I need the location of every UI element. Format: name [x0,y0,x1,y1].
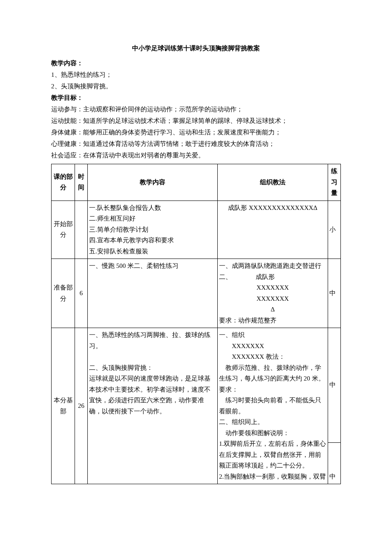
goal-header: 教学目标： [51,94,83,101]
content-line: 2、头顶胸接脚背挑。 [51,81,341,92]
method-line: 1.双脚前后开立，左前右后，身体重心在后支撑脚上，双臂自然张开，用前额正面将球顶… [219,439,326,471]
lesson-table: 课的部分 时间 教学内容 组织教法 练习量 开始部分 一.队长整队集合报告人数 … [51,164,341,484]
goal-line: 社会适应：在体育活动中表现出对弱者的尊重与关爱。 [51,150,341,161]
cell-content: 一、慢跑 500 米二、柔韧性练习 [88,259,218,328]
cell-part: 准备部分 [52,259,75,328]
method-line: 要求： [219,384,326,395]
cell-load: 中 [328,328,341,443]
cell-time: 6 [75,259,88,328]
cell-load: 小 [328,200,341,259]
method-line: 二、组织同上。 [219,417,326,428]
cell-time: 26 [75,328,88,484]
method-line: XXXXXXX 教法： [219,352,326,363]
goal-line: 运动参与：主动观察和评价同伴的运动动作；示范所学的运动动作； [51,104,341,115]
cell-method: 一、组织XXXXXXXXXXXXXX 教法： 教师示范推、拉、拨球的动作，学生练… [218,328,328,484]
content-header: 教学内容： [51,60,83,67]
cell-content: 一.队长整队集合报告人数 二.师生相互问好 三.简单介绍教学计划 四.宣布本单元… [88,200,218,259]
method-line: 练习时要抬头向前看，不能低头只看眼前。 [219,395,326,417]
method-line: 二、 成队形 [219,272,326,283]
cell-method: 一、成两路纵队绕跑道跑走交替进行二、 成队形XXXXXXXXXXXXXXΔ要求：… [218,259,328,328]
cell-method: 成队形 XXXXXXXXXXXXXXΔ [218,200,328,259]
method-line: 成队形 XXXXXXXXXXXXXXΔ [219,203,326,214]
table-header-row: 课的部分 时间 教学内容 组织教法 练习量 [52,164,341,201]
method-line: 要求：动作规范整齐 [219,315,326,326]
goal-line: 运动技能：知道所学的足球运动技术术语；掌握足球简单的踢球、停球及运球技术； [51,115,341,127]
table-row: 准备部分 6 一、慢跑 500 米二、柔韧性练习 一、成两路纵队绕跑道跑走交替进… [52,259,341,328]
th-method: 组织教法 [218,164,328,201]
th-part: 课的部分 [52,164,75,201]
content-line: 1、熟悉球性的练习； [51,69,341,81]
method-line: 2.当胸部触球一刹那，收颗挺胸，双臂 [219,471,326,482]
method-line: 动作要领和图解说明： [219,428,326,439]
table-row: 开始部分 一.队长整队集合报告人数 二.师生相互问好 三.简单介绍教学计划 四.… [52,200,341,259]
th-content: 教学内容 [88,164,218,201]
method-line: XXXXXXX [219,341,326,352]
cell-part: 开始部分 [52,200,75,259]
goal-line: 身体健康：能够用正确的身体姿势进行学习、运动和生活；发展速度和平衡能力； [51,127,341,138]
method-line: 一、组织 [219,330,326,341]
th-load: 练习量 [328,164,341,201]
th-time: 时间 [75,164,88,201]
cell-load: 中 [328,259,341,328]
method-line: XXXXXXX [219,282,326,293]
cell-load: 中 [328,443,341,484]
method-line: 教师示范推、拉、拨球的动作，学生练习，每人练习的距离大约 20 米。 [219,363,326,384]
goal-line: 心理健康：知道通过体育活动等方法调节情绪；敢于进行难度较大的体育活动； [51,138,341,150]
method-line: 一、成两路纵队绕跑道跑走交替进行 [219,261,326,272]
method-line: Δ [219,304,326,315]
method-line: XXXXXXX [219,293,326,305]
cell-part: 本分基部 [52,328,75,484]
table-row: 本分基部 26 一、熟悉球性的练习两脚推、拉、拨球的练习。 二、头顶胸接脚背挑：… [52,328,341,443]
intro-block: 教学内容： 1、熟悉球性的练习； 2、头顶胸接脚背挑。 教学目标： 运动参与：主… [51,58,341,161]
cell-time [75,200,88,259]
cell-content: 一、熟悉球性的练习两脚推、拉、拨球的练习。 二、头顶胸接脚背挑： 运球就是以不同… [88,328,218,484]
doc-title: 中小学足球训练第十课时头顶胸接脚背挑教案 [51,43,341,54]
